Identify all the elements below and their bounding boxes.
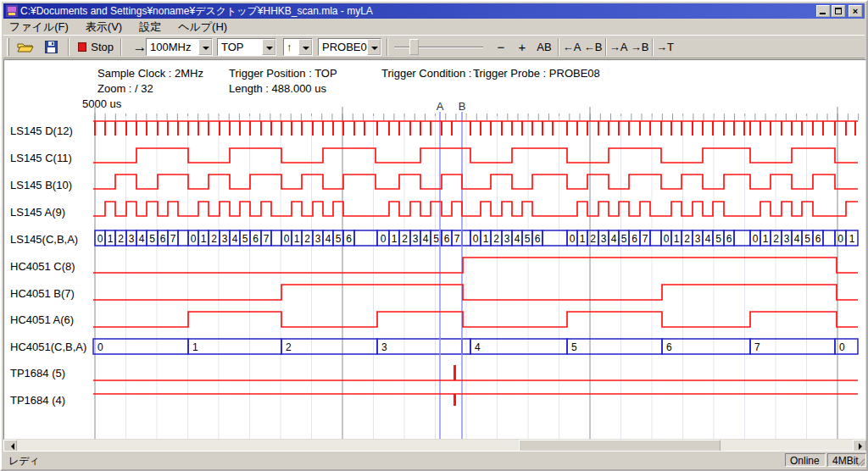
toolbar-separator	[652, 38, 654, 56]
chevron-down-icon[interactable]	[198, 39, 212, 55]
close-button[interactable]: ×	[849, 5, 862, 17]
channel-label-ls145-b: LS145 B(10)	[10, 179, 72, 191]
status-online-badge: Online	[785, 453, 826, 467]
zoom-info: Zoom : / 32	[97, 82, 153, 95]
minimize-button[interactable]	[816, 5, 830, 17]
save-button[interactable]	[39, 37, 63, 57]
zoom-in-button[interactable]: +	[513, 37, 531, 57]
status-ready-text: レディ	[8, 454, 40, 468]
arrow-right-icon	[859, 443, 865, 450]
toolbar-separator	[120, 38, 122, 56]
open-file-button[interactable]	[14, 37, 37, 57]
stop-label: Stop	[91, 41, 114, 53]
trigger-position-value: TOP	[218, 39, 262, 55]
goto-cursor-a-right-button[interactable]: →A	[608, 37, 629, 57]
app-window: C:¥Documents and Settings¥noname¥デスクトップ¥…	[0, 0, 868, 471]
menu-help[interactable]: ヘルプ(H)	[172, 19, 233, 36]
zoom-ab-button[interactable]: AB	[533, 37, 555, 57]
zoom-slider-track[interactable]	[394, 47, 483, 48]
menu-settings[interactable]: 設定	[133, 19, 167, 36]
maximize-button[interactable]	[832, 5, 845, 17]
minimize-icon	[820, 13, 826, 14]
ruler-scale-label: 5000 us	[82, 97, 121, 110]
toolbar: Stop → 100MHz TOP ↑ PROBE00 − + AB ←A ←B…	[3, 35, 865, 58]
waveform-client-area	[3, 59, 866, 440]
channel-label-hc4051-bus: HC4051(C,B,A)	[10, 341, 86, 353]
trigger-condition-info: Trigger Condition : ↓	[381, 67, 481, 80]
trigger-edge-combo[interactable]: ↑	[283, 38, 313, 56]
chevron-down-icon[interactable]	[298, 39, 312, 55]
open-folder-icon	[17, 41, 34, 53]
channel-label-ls145-a: LS145 A(9)	[10, 206, 65, 219]
resize-grip[interactable]	[854, 456, 865, 467]
goto-trigger-button[interactable]: →T	[654, 37, 676, 57]
zoom-slider-handle[interactable]	[409, 39, 419, 55]
channel-label-ls145-d: LS145 D(12)	[10, 125, 73, 137]
menu-bar: ファイル(F) 表示(V) 設定 ヘルプ(H)	[3, 19, 865, 34]
goto-cursor-b-right-button[interactable]: →B	[629, 37, 650, 57]
stop-button[interactable]: Stop	[75, 37, 117, 57]
zoom-out-button[interactable]: −	[492, 37, 510, 57]
arrow-left-icon	[8, 443, 14, 450]
sample-clock-value: 100MHz	[147, 39, 198, 55]
channel-label-hc4051-c: HC4051 C(8)	[10, 260, 75, 273]
save-floppy-icon	[45, 41, 58, 53]
channel-label-hc4051-a: HC4051 A(6)	[10, 313, 74, 326]
chevron-down-icon[interactable]	[367, 39, 381, 55]
toolbar-separator	[605, 38, 607, 56]
app-icon	[6, 5, 18, 17]
channel-label-tp1684-5: TP1684 (5)	[10, 367, 65, 380]
channel-label-tp1684-4: TP1684 (4)	[10, 394, 65, 407]
status-bar: レディ Online 4MBit	[3, 451, 866, 468]
goto-cursor-b-left-button[interactable]: ←B	[582, 37, 604, 57]
trigger-probe-info: Trigger Probe : PROBE08	[473, 67, 600, 80]
menu-file[interactable]: ファイル(F)	[3, 19, 75, 36]
maximize-icon	[835, 8, 842, 14]
toolbar-separator	[387, 38, 388, 56]
trigger-position-info: Trigger Position : TOP	[229, 67, 337, 80]
window-title: C:¥Documents and Settings¥noname¥デスクトップ¥…	[20, 4, 816, 19]
title-bar: C:¥Documents and Settings¥noname¥デスクトップ¥…	[3, 3, 865, 19]
toolbar-separator	[558, 38, 559, 56]
channel-label-ls145-bus: LS145(C,B,A)	[10, 233, 78, 246]
channel-label-ls145-c: LS145 C(11)	[10, 152, 72, 164]
menu-view[interactable]: 表示(V)	[80, 19, 128, 36]
toolbar-separator	[68, 38, 70, 56]
trigger-position-combo[interactable]: TOP	[217, 38, 276, 56]
sample-clock-info: Sample Clock : 2MHz	[97, 67, 203, 80]
toolbar-grip	[7, 38, 9, 56]
channel-label-hc4051-b: HC4051 B(7)	[10, 287, 75, 300]
window-controls: ×	[816, 5, 862, 17]
goto-cursor-a-left-button[interactable]: ←A	[561, 37, 582, 57]
stop-icon	[78, 42, 86, 52]
chevron-down-icon[interactable]	[262, 39, 275, 55]
length-info: Length : 488.000 us	[229, 82, 326, 95]
sample-clock-combo[interactable]: 100MHz	[146, 38, 213, 56]
trigger-probe-combo[interactable]: PROBE00	[318, 38, 381, 56]
trigger-probe-value: PROBE00	[319, 39, 367, 55]
trigger-edge-value: ↑	[284, 39, 298, 55]
